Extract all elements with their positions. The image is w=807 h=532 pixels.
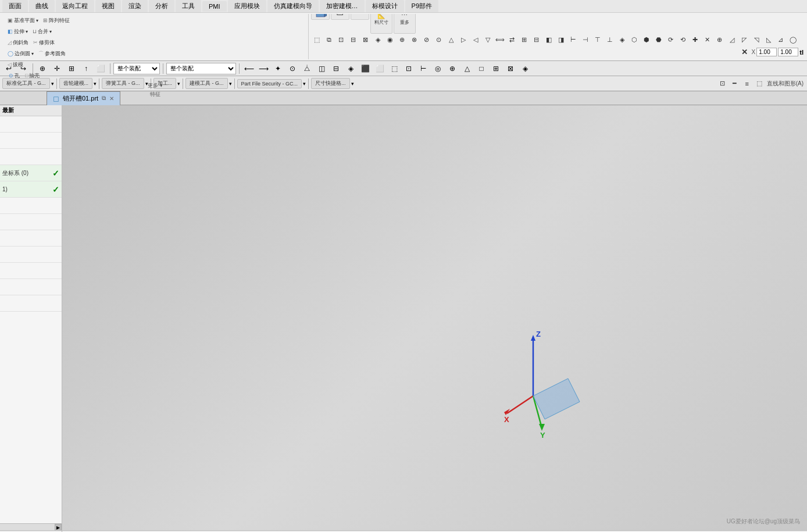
nav-btn-9[interactable]: ⬛ <box>359 62 372 75</box>
nav-btn-7[interactable]: ⊟ <box>330 62 342 75</box>
tool-icon-22[interactable]: ⊢ <box>567 34 579 46</box>
tool-icon-5[interactable]: ⊠ <box>360 34 372 46</box>
tool2-icon-22[interactable]: ⊌ <box>567 59 579 60</box>
nav-btn-1[interactable]: ⟵ <box>242 62 255 75</box>
tool-icon-1[interactable]: ⬚ <box>311 34 323 46</box>
nav-btn-18[interactable]: ⊞ <box>490 62 502 75</box>
btn-grid[interactable]: ⊞ <box>65 62 78 75</box>
nav-btn-15[interactable]: ⊕ <box>446 62 459 75</box>
tool2-icon-30[interactable]: ⊄ <box>665 59 677 60</box>
tab-jiami[interactable]: 加密建模… <box>320 0 365 12</box>
tool2-icon-14[interactable]: ⊔ <box>470 59 481 60</box>
tool2-icon-33[interactable]: ⊁ <box>702 59 713 60</box>
tool2-icon-32[interactable]: ⊂ <box>690 59 701 60</box>
tool-group-tanjian[interactable]: 弹簧工具 - G... <box>102 78 144 89</box>
nav-btn-2[interactable]: ⟶ <box>257 62 270 75</box>
tool-icon-7[interactable]: ◉ <box>384 34 396 46</box>
tool-group-chicun-arrow[interactable]: ▾ <box>351 81 354 87</box>
tool-icon-37[interactable]: ◹ <box>751 34 762 46</box>
btn-rect[interactable]: ⬜ <box>94 62 107 75</box>
tool2-icon-15[interactable]: ⊓ <box>482 59 494 60</box>
tab-quxian[interactable]: 曲线 <box>29 0 55 12</box>
nav-btn-6[interactable]: ◫ <box>315 62 328 75</box>
tool2-icon-21[interactable]: ⊍ <box>555 59 567 60</box>
tool-icon-34[interactable]: ⊕ <box>714 34 726 46</box>
tool2-icon-13[interactable]: ⊕ <box>458 59 469 60</box>
filter-dropdown[interactable]: 整个装配 <box>166 63 236 74</box>
tool-icon-32[interactable]: ✚ <box>690 34 701 46</box>
tool-icon-4[interactable]: ⊟ <box>348 34 359 46</box>
tool2-icon-16[interactable]: ⊒ <box>494 59 506 60</box>
tool-icon-16[interactable]: ⟺ <box>494 34 506 46</box>
tool-icon-14[interactable]: ◁ <box>470 34 481 46</box>
nav-btn-11[interactable]: ⬚ <box>388 62 401 75</box>
tool-icon-39[interactable]: ⊿ <box>775 34 787 46</box>
tool-icon-3[interactable]: ⊡ <box>335 34 347 46</box>
btn-chamfer[interactable]: ◿ 倒斜角 <box>6 37 30 48</box>
tool2-icon-3[interactable]: ▥ <box>335 59 347 60</box>
tool-icon-9[interactable]: ⊗ <box>409 34 420 46</box>
tool2-icon-10[interactable]: ⊘ <box>421 59 433 60</box>
right-tool-2[interactable]: ━ <box>729 78 741 90</box>
nav-btn-12[interactable]: ⊡ <box>402 62 415 75</box>
nav-btn-8[interactable]: ◈ <box>344 62 357 75</box>
tool2-icon-2[interactable]: ▤ <box>323 59 335 60</box>
tab-mianmian[interactable]: 面面 <box>2 0 28 12</box>
tool-icon-38[interactable]: ◺ <box>763 34 774 46</box>
tab-yingyong[interactable]: 应用模块 <box>228 0 266 12</box>
tool2-icon-19[interactable]: ⊏ <box>531 59 542 60</box>
tool-group-chicun[interactable]: 尺寸快捷格... <box>311 78 350 89</box>
tool2-icon-25[interactable]: ⊉ <box>604 59 616 60</box>
right-tool-4[interactable]: ⬚ <box>754 78 765 90</box>
nav-btn-3[interactable]: ✦ <box>272 62 284 75</box>
tool-group-chilun-arrow[interactable]: ▾ <box>94 81 97 87</box>
tab-biaomo[interactable]: 标模设计 <box>366 0 404 12</box>
tool-icon-19[interactable]: ⊟ <box>531 34 542 46</box>
tool-icon-12[interactable]: △ <box>445 34 457 46</box>
tool2-icon-23[interactable]: ⊋ <box>580 59 591 60</box>
tool-icon-35[interactable]: ◿ <box>726 34 738 46</box>
btn-undo[interactable]: ↩ <box>2 62 15 75</box>
tool-icon-8[interactable]: ⊕ <box>397 34 408 46</box>
tool-group-jiagong-arrow[interactable]: ▾ <box>177 81 180 87</box>
tool2-icon-34[interactable]: ⊀ <box>714 59 726 60</box>
tool-icon-18[interactable]: ⊞ <box>519 34 530 46</box>
btn-big-2[interactable]: ◻ <box>331 14 349 20</box>
3d-viewport[interactable]: Z X Y UG爱好者论坛@ug顶级菜鸟 <box>62 105 807 530</box>
tab-shitu[interactable]: 视图 <box>95 0 121 12</box>
btn-ref-corner[interactable]: ⌒ 参考圆角 <box>37 48 67 59</box>
tool2-icon-26[interactable]: ⊈ <box>616 59 628 60</box>
tool-group-biaozunhua[interactable]: 标准化工具 - G... <box>2 78 50 89</box>
tab-p9[interactable]: P9部件 <box>405 0 438 12</box>
tab-pmi[interactable]: PMI <box>202 1 227 12</box>
btn-merge[interactable]: ⊔ 合并 ▾ <box>31 26 53 37</box>
btn-snap[interactable]: ✛ <box>51 62 63 75</box>
tool-icon-17[interactable]: ⇄ <box>506 34 518 46</box>
tool-icon-25[interactable]: ⊥ <box>604 34 616 46</box>
tool2-icon-17[interactable]: ⊑ <box>506 59 518 60</box>
tool-icon-15[interactable]: ▽ <box>482 34 494 46</box>
nav-btn-13[interactable]: ⊢ <box>417 62 430 75</box>
tool-icon-6[interactable]: ◈ <box>372 34 384 46</box>
nav-btn-19[interactable]: ⊠ <box>504 62 517 75</box>
btn-trim[interactable]: ✂ 修剪体 <box>31 37 56 48</box>
tool2-icon-31[interactable]: ⊃ <box>677 59 689 60</box>
nav-btn-20[interactable]: ◈ <box>519 62 531 75</box>
btn-extrude[interactable]: ◧ 拉伸 ▾ <box>6 26 30 37</box>
tool2-icon-12[interactable]: ⊖ <box>445 59 457 60</box>
tool2-icon-11[interactable]: ⊗ <box>433 59 445 60</box>
btn-redo[interactable]: ↪ <box>17 62 30 75</box>
nav-btn-10[interactable]: ⬜ <box>373 62 386 75</box>
tool2-icon-8[interactable]: ⊚ <box>397 59 408 60</box>
tool2-icon-27[interactable]: ⊇ <box>629 59 640 60</box>
tool-icon-31[interactable]: ⟲ <box>677 34 689 46</box>
tool2-icon-29[interactable]: ⊅ <box>653 59 665 60</box>
btn-big-1[interactable] <box>311 14 330 20</box>
tool2-icon-7[interactable]: ⊛ <box>384 59 396 60</box>
tool2-icon-20[interactable]: ⊎ <box>543 59 555 60</box>
tool-icon-23[interactable]: ⊣ <box>580 34 591 46</box>
tool-icon-10[interactable]: ⊘ <box>421 34 433 46</box>
tool2-icon-18[interactable]: ⊐ <box>519 59 530 60</box>
tool2-icon-24[interactable]: ⊊ <box>592 59 604 60</box>
tool-group-jianmo-arrow[interactable]: ▾ <box>229 81 232 87</box>
